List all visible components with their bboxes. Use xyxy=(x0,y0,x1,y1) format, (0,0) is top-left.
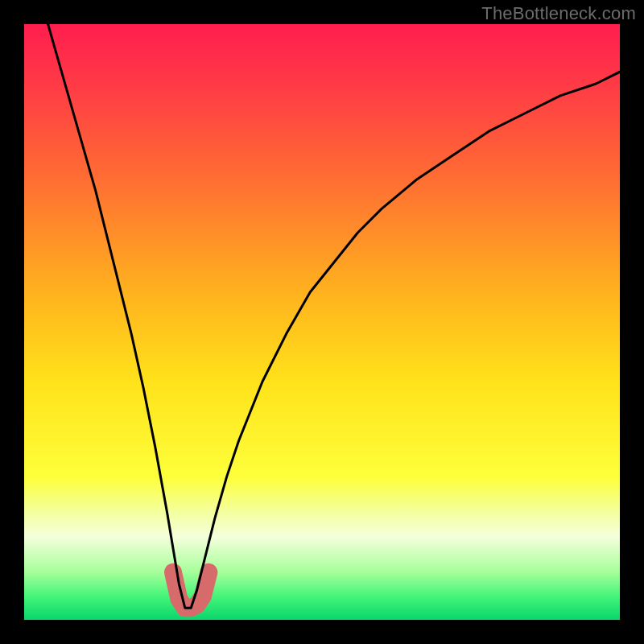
watermark-text: TheBottleneck.com xyxy=(481,3,636,24)
chart-background xyxy=(24,24,620,620)
chart-svg xyxy=(24,24,620,620)
chart-plot-area xyxy=(24,24,620,620)
chart-frame: TheBottleneck.com xyxy=(0,0,644,644)
